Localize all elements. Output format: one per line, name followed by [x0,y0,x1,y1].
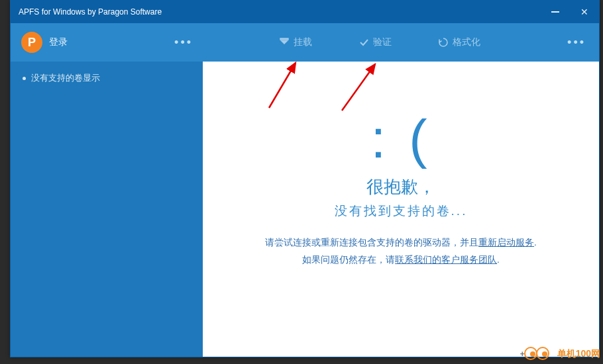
format-label: 格式化 [453,36,480,48]
app-window: APFS for Windows by Paragon Software ✕ P… [10,0,600,357]
sorry-subheading: 没有找到支持的卷... [335,203,468,220]
checkmark-icon [358,37,369,48]
mount-icon [279,37,290,48]
toolbar: P 登录 ••• 挂载 验证 [11,23,599,62]
svg-rect-0 [280,38,288,40]
minimize-icon [551,11,559,13]
mount-label: 挂载 [294,36,312,48]
hint-line-2: 如果问题仍然存在，请联系我们的客户服务团队. [302,254,500,266]
more-left-button[interactable]: ••• [168,32,199,54]
format-icon [438,37,449,48]
logo-letter: P [28,36,36,50]
sidebar-empty-label: 没有支持的卷显示 [31,72,100,84]
hint1-period: . [534,238,537,248]
close-icon: ✕ [580,7,588,17]
restart-service-link[interactable]: 重新启动服务 [478,238,534,248]
watermark: + 单机100网 [524,345,600,363]
toolbar-actions: 挂载 验证 格式化 [199,36,559,48]
sidebar-empty-item: 没有支持的卷显示 [23,72,191,84]
mount-button[interactable]: 挂载 [279,36,312,48]
sorry-heading: 很抱歉， [366,175,435,199]
watermark-text: 单机100网 [557,348,600,360]
svg-line-2 [342,64,375,111]
bullet-icon [23,77,26,80]
main-panel: : ( 很抱歉， 没有找到支持的卷... 请尝试连接或重新连接包含支持的卷的驱动… [203,62,599,357]
hint-line-1: 请尝试连接或重新连接包含支持的卷的驱动器，并且重新启动服务. [265,237,537,249]
verify-button[interactable]: 验证 [358,36,392,48]
hint1-text: 请尝试连接或重新连接包含支持的卷的驱动器，并且 [265,238,478,248]
close-button[interactable]: ✕ [570,1,599,23]
login-button[interactable]: 登录 [49,36,68,48]
hint2-period: . [497,255,500,265]
sad-face-icon: : ( [371,108,431,170]
hint2-text: 如果问题仍然存在，请 [302,255,395,265]
title-bar: APFS for Windows by Paragon Software ✕ [11,1,599,23]
content-body: 没有支持的卷显示 : ( 很抱歉， 没有找到支持的卷... 请尝试连接或重新连接… [11,62,599,357]
minimize-button[interactable] [541,1,570,23]
contact-support-link[interactable]: 联系我们的客户服务团队 [395,255,497,265]
window-title: APFS for Windows by Paragon Software [19,7,162,17]
watermark-logo-icon: + [524,345,553,363]
toolbar-right: ••• [559,32,592,54]
svg-line-1 [269,63,296,108]
toolbar-left: P 登录 ••• [17,32,199,54]
more-right-button[interactable]: ••• [561,32,592,54]
format-button[interactable]: 格式化 [438,36,480,48]
annotation-arrow-left [256,55,309,114]
verify-label: 验证 [373,36,392,48]
paragon-logo[interactable]: P [21,32,42,53]
sidebar: 没有支持的卷显示 [11,62,203,357]
